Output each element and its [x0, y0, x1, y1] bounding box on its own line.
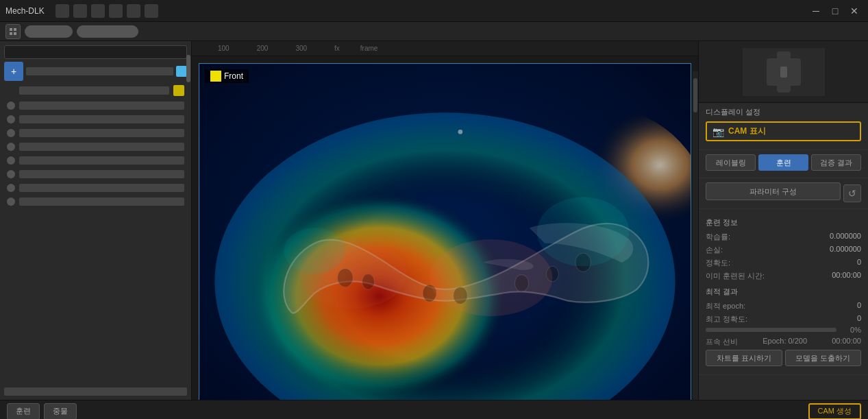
toolbar-pill-1[interactable]	[25, 25, 73, 38]
svg-rect-2	[10, 32, 12, 35]
best-result-title: 최적 결과	[706, 287, 861, 297]
best-epoch-label: 최적 epoch:	[706, 301, 745, 311]
timeline-ruler: 100 200 300 fx frame	[192, 41, 698, 56]
best-epoch-value: 0	[857, 301, 861, 311]
toolbar-btn-1[interactable]	[55, 4, 69, 18]
maximize-button[interactable]: □	[827, 4, 843, 18]
time-label: 이미 훈련된 시간:	[706, 271, 765, 281]
close-button[interactable]: ✕	[846, 4, 863, 18]
status-label: 프속 선비	[706, 337, 738, 347]
sidebar-item-5[interactable]	[4, 155, 187, 166]
svg-point-18	[284, 228, 345, 274]
sidebar-dot-1	[7, 101, 15, 110]
sidebar-action-row: +	[4, 62, 187, 81]
app-title: Mech-DLK	[5, 6, 45, 16]
info-row-time: 이미 훈련된 시간: 00:00:00	[706, 270, 861, 283]
best-acc-row: 최고 정확도: 0	[706, 313, 861, 326]
param-reset-button[interactable]: ↺	[843, 184, 861, 202]
loss-label: 손실:	[706, 245, 723, 255]
param-section: 파라미터 구성 ↺	[699, 178, 868, 209]
timeline-marker-fx: fx	[334, 45, 340, 52]
sidebar: +	[0, 41, 192, 400]
sidebar-bottom-btns	[4, 387, 187, 396]
viewport: 100 200 300 fx frame Front	[192, 41, 698, 400]
acc-label: 정확도:	[706, 258, 730, 268]
sidebar-label-2	[19, 115, 184, 123]
tab-training[interactable]: 훈련	[758, 154, 808, 171]
cam-generate-button[interactable]: CAM 생성	[808, 403, 862, 420]
cam-display-toggle[interactable]: 📷 CAM 표시	[706, 121, 861, 141]
toolbar	[0, 22, 868, 41]
cam-icon: 📷	[712, 126, 724, 137]
best-acc-label: 최고 정확도:	[706, 314, 747, 324]
tab-labeling[interactable]: 레이블링	[706, 154, 756, 171]
toolbar-btn-4[interactable]	[109, 4, 123, 18]
info-row-lr: 학습률: 0.000000	[706, 230, 861, 243]
sidebar-item-1[interactable]	[4, 100, 187, 111]
time-value: 00:00:00	[832, 271, 861, 281]
toolbar-btn-5[interactable]	[127, 4, 140, 18]
stop-button[interactable]: 중물	[44, 403, 77, 420]
train-button[interactable]: 훈련	[7, 403, 40, 420]
display-settings-title: 디스플레이 설정	[706, 107, 861, 117]
sidebar-item-4[interactable]	[4, 141, 187, 152]
info-row-acc: 정확도: 0	[706, 256, 861, 270]
tab-button-group: 레이블링 훈련 검증 결과	[706, 154, 861, 171]
viewport-scroll-thumb	[693, 78, 697, 112]
status-row: 프속 선비 Epoch: 0/200 00:00:00	[706, 337, 861, 347]
lr-label: 학습률:	[706, 232, 730, 242]
sidebar-scrollbar[interactable]	[186, 41, 192, 378]
toolbar-btn-6[interactable]	[145, 4, 158, 18]
sidebar-item-7[interactable]	[4, 182, 187, 193]
bottom-left-btns: 훈련 중물	[7, 403, 77, 420]
preview-center	[780, 67, 787, 77]
toolbar-small-icon[interactable]	[5, 24, 21, 39]
sidebar-item-6[interactable]	[4, 169, 187, 180]
param-config-button[interactable]: 파라미터 구성	[706, 182, 841, 200]
minimize-button[interactable]: ─	[808, 4, 824, 18]
add-layer-button[interactable]: +	[4, 62, 23, 81]
window-controls: ─ □ ✕	[808, 4, 863, 18]
sidebar-label-1	[19, 101, 184, 110]
model-export-button[interactable]: 모델을 도출하기	[785, 350, 862, 366]
status-epoch: Epoch: 0/200	[762, 337, 807, 347]
sidebar-dot-5	[7, 156, 15, 165]
chart-display-button[interactable]: 차트를 표시하기	[706, 350, 782, 366]
toolbar-btn-2[interactable]	[73, 4, 87, 18]
preview-shape-container	[743, 48, 825, 96]
svg-point-19	[458, 130, 463, 134]
best-result-table: 최적 epoch: 0 최고 정확도: 0	[706, 300, 861, 326]
sidebar-dot-6	[7, 170, 15, 178]
svg-rect-0	[10, 28, 12, 31]
acc-value: 0	[857, 258, 861, 268]
toolbar-btn-3[interactable]	[91, 4, 105, 18]
progress-row: 0%	[706, 326, 861, 334]
sidebar-dot-8	[7, 197, 15, 206]
timeline-marker-frame: frame	[360, 45, 378, 52]
toolbar-pill-2[interactable]	[77, 25, 138, 38]
heatmap-image: Front	[199, 63, 691, 400]
sidebar-item-3[interactable]	[4, 128, 187, 139]
timeline-marker-300: 300	[295, 45, 307, 52]
viewport-scrollbar[interactable]	[693, 71, 698, 400]
sidebar-dot-2	[7, 115, 15, 123]
titlebar: Mech-DLK ─ □ ✕	[0, 0, 868, 22]
tab-validation[interactable]: 검증 결과	[811, 154, 861, 171]
cam-display-label: CAM 표시	[728, 125, 766, 137]
model-preview	[699, 41, 868, 103]
sidebar-dot-7	[7, 184, 15, 192]
training-info-section: 훈련 정보 학습률: 0.000000 손실: 0.000000 정확도: 0 …	[699, 209, 868, 375]
sidebar-item-8[interactable]	[4, 196, 187, 207]
sidebar-color-row	[4, 84, 187, 97]
sidebar-item-2[interactable]	[4, 114, 187, 125]
search-input[interactable]	[9, 48, 182, 56]
right-panel: 디스플레이 설정 📷 CAM 표시 레이블링 훈련 검증 결과 파라미터 구성 …	[698, 41, 868, 400]
lr-value: 0.000000	[830, 232, 861, 242]
best-acc-value: 0	[857, 314, 861, 324]
timeline-marker-200: 200	[257, 45, 269, 52]
svg-rect-3	[14, 32, 16, 35]
progress-bar-bg	[706, 328, 836, 332]
sidebar-label-6	[19, 170, 184, 178]
sidebar-dot-3	[7, 129, 15, 137]
sidebar-dot-4	[7, 143, 15, 151]
